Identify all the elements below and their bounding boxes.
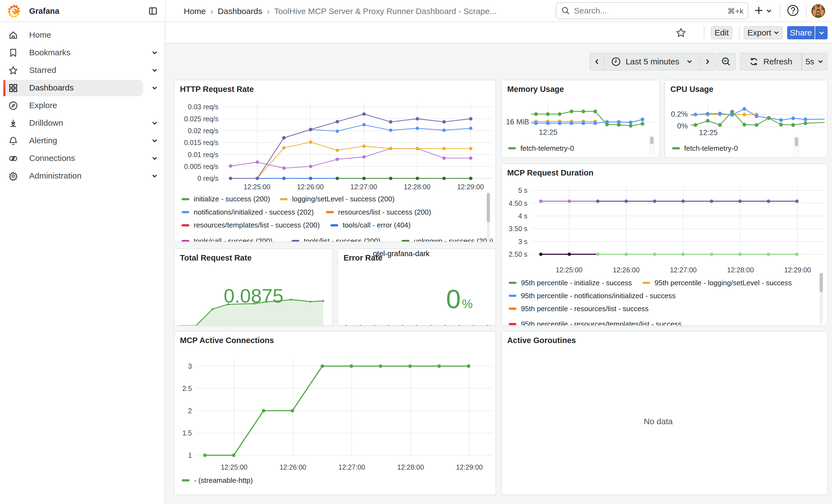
svg-text:12:25:00: 12:25:00 <box>220 463 248 471</box>
svg-text:12:27:00: 12:27:00 <box>670 266 697 274</box>
svg-text:0.2%: 0.2% <box>671 110 688 118</box>
svg-text:12:29:00: 12:29:00 <box>456 463 483 471</box>
svg-text:12:27:00: 12:27:00 <box>350 183 377 191</box>
svg-text:12:25:00: 12:25:00 <box>556 266 582 274</box>
svg-text:0.02 req/s: 0.02 req/s <box>188 127 218 135</box>
svg-text:12:25: 12:25 <box>539 128 558 136</box>
svg-text:12:28:00: 12:28:00 <box>727 266 754 274</box>
svg-text:16 MiB: 16 MiB <box>506 118 529 126</box>
svg-text:5 s: 5 s <box>518 187 527 194</box>
svg-text:1.5: 1.5 <box>182 429 192 437</box>
svg-text:4 s: 4 s <box>518 212 527 220</box>
svg-text:4.50 s: 4.50 s <box>509 199 527 207</box>
svg-text:3: 3 <box>188 362 192 370</box>
svg-text:%: % <box>462 297 473 311</box>
svg-text:12:28:00: 12:28:00 <box>397 463 424 471</box>
svg-text:12:29:00: 12:29:00 <box>784 266 811 274</box>
svg-text:12:28:00: 12:28:00 <box>404 183 430 191</box>
svg-text:0 req/s: 0 req/s <box>198 175 218 182</box>
svg-text:2: 2 <box>188 407 192 415</box>
svg-text:0.03 req/s: 0.03 req/s <box>188 103 218 111</box>
svg-text:2.50 s: 2.50 s <box>509 250 527 258</box>
svg-text:12:25: 12:25 <box>699 129 718 137</box>
svg-text:0%: 0% <box>677 122 688 130</box>
svg-text:2.5: 2.5 <box>182 384 192 392</box>
svg-text:0.0875: 0.0875 <box>224 285 283 307</box>
svg-text:12:26:00: 12:26:00 <box>613 266 640 274</box>
svg-text:12:27:00: 12:27:00 <box>338 463 365 471</box>
svg-text:0.025 req/s: 0.025 req/s <box>184 115 218 123</box>
svg-text:12:25:00: 12:25:00 <box>243 183 270 191</box>
svg-text:0: 0 <box>446 284 461 314</box>
svg-text:12:29:00: 12:29:00 <box>457 183 484 191</box>
svg-text:3.50 s: 3.50 s <box>509 225 527 233</box>
svg-text:12:26:00: 12:26:00 <box>280 463 306 471</box>
svg-text:0.01 req/s: 0.01 req/s <box>188 151 218 158</box>
svg-text:3 s: 3 s <box>518 238 527 245</box>
svg-text:1: 1 <box>188 451 192 459</box>
svg-text:0.015 req/s: 0.015 req/s <box>184 139 218 147</box>
svg-text:0.005 req/s: 0.005 req/s <box>184 163 218 170</box>
svg-text:12:26:00: 12:26:00 <box>297 183 323 191</box>
